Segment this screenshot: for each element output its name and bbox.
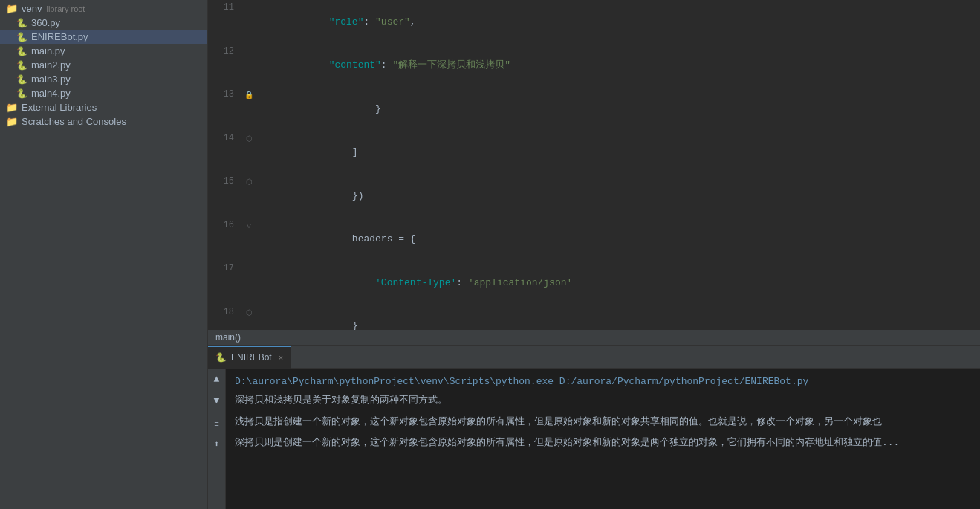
sidebar-item-main2py[interactable]: 🐍 main2.py: [0, 58, 207, 72]
python-file-icon: 🐍: [16, 18, 27, 28]
code-token: [329, 277, 375, 288]
sidebar-item-scratches-consoles[interactable]: 📁 Scratches and Consoles: [0, 114, 207, 129]
output-text: 深拷贝则是创建一个新的对象，这个新对象包含原始对象的所有属性，但是原始对象和新的…: [235, 437, 899, 448]
terminal-run-path: D:\aurora\Pycharm\pythonProject\venv\Scr…: [235, 375, 971, 390]
line-content: }): [256, 174, 980, 218]
file-label: main.py: [31, 45, 65, 56]
file-label: main2.py: [31, 59, 71, 71]
terminal-content[interactable]: D:\aurora\Pycharm\pythonProject\venv\Scr…: [226, 369, 980, 509]
code-token: headers = {: [329, 233, 416, 244]
terminal-body: ▲ ▼ ≡ ⬆ D:\aurora\Pycharm\pythonProject\…: [208, 369, 980, 509]
line-content: "role": "user",: [256, 0, 980, 44]
sidebar-item-external-libraries[interactable]: 📁 External Libraries: [0, 100, 207, 114]
terminal-action-button[interactable]: ⬆: [212, 437, 221, 451]
venv-label: venv: [22, 3, 42, 14]
output-text: 浅拷贝是指创建一个新的对象，这个新对象包含原始对象的所有属性，但是原始对象和新的…: [235, 416, 882, 427]
code-token: ,: [410, 16, 416, 27]
code-token: "解释一下深拷贝和浅拷贝": [392, 59, 510, 71]
line-number: 14: [208, 131, 241, 175]
folder-icon: 📁: [6, 3, 18, 14]
python-file-icon: 🐍: [16, 32, 27, 42]
sidebar-item-main3py[interactable]: 🐍 main3.py: [0, 72, 207, 86]
line-number: 17: [208, 261, 241, 305]
table-row: 12 "content": "解释一下深拷贝和浅拷贝": [208, 44, 980, 88]
file-label: main3.py: [31, 74, 71, 85]
code-token: :: [456, 277, 468, 288]
python-icon: 🐍: [215, 352, 227, 363]
line-number: 15: [208, 174, 241, 218]
code-token: "user": [375, 16, 410, 27]
table-row: 14 ⬡ ]: [208, 131, 980, 175]
venv-sublabel: library root: [46, 4, 85, 13]
line-number: 16: [208, 218, 241, 262]
table-row: 15 ⬡ }): [208, 174, 980, 218]
table-row: 11 "role": "user",: [208, 0, 980, 44]
sidebar-item-360py[interactable]: 🐍 360.py: [0, 16, 207, 30]
sidebar-item-main4py[interactable]: 🐍 main4.py: [0, 86, 207, 100]
folder-icon: 📁: [6, 116, 18, 127]
run-path-text: D:\aurora\Pycharm\pythonProject\venv\Scr…: [235, 376, 808, 387]
section-label: External Libraries: [22, 102, 97, 113]
line-gutter: [241, 0, 256, 44]
line-content: headers = {: [256, 218, 980, 262]
code-token: }: [329, 320, 358, 330]
code-token: 'application/json': [468, 277, 572, 288]
line-number: 18: [208, 305, 241, 331]
breadcrumb: main(): [208, 330, 980, 346]
table-row: 16 ▽ headers = {: [208, 218, 980, 262]
file-label: ENIREBot.py: [31, 31, 88, 42]
terminal-tab-bar: 🐍 ENIREBot ×: [208, 346, 980, 369]
close-icon[interactable]: ×: [279, 353, 283, 362]
code-token: 'Content-Type': [375, 277, 456, 288]
terminal-output-line-2: 浅拷贝是指创建一个新的对象，这个新对象包含原始对象的所有属性，但是原始对象和新的…: [235, 415, 971, 430]
code-token: "content": [329, 59, 381, 71]
main-area: 11 "role": "user", 12 "content": "解释一下深拷…: [208, 0, 980, 509]
sidebar-item-venv[interactable]: 📁 venv library root: [0, 1, 207, 16]
sidebar-item-mainpy[interactable]: 🐍 main.py: [0, 44, 207, 58]
line-number: 11: [208, 0, 241, 44]
fold-icon[interactable]: ⬡: [246, 309, 253, 317]
python-file-icon: 🐍: [16, 74, 27, 85]
unfold-icon[interactable]: ▽: [247, 222, 251, 230]
python-file-icon: 🐍: [16, 46, 27, 56]
fold-icon[interactable]: 🔒: [244, 91, 253, 100]
line-number: 13: [208, 87, 241, 131]
table-row: 13 🔒 }: [208, 87, 980, 131]
fold-icon[interactable]: ⬡: [246, 178, 253, 187]
terminal-output-line-3: 深拷贝则是创建一个新的对象，这个新对象包含原始对象的所有属性，但是原始对象和新的…: [235, 435, 971, 451]
line-number: 12: [208, 44, 241, 88]
line-gutter: 🔒: [241, 87, 256, 131]
sidebar-item-enirebot[interactable]: 🐍 ENIREBot.py: [0, 30, 207, 44]
terminal-sidebar: ▲ ▼ ≡ ⬆: [208, 369, 226, 509]
code-token: :: [381, 59, 393, 71]
line-gutter: [241, 261, 256, 305]
line-content: 'Content-Type': 'application/json': [256, 261, 980, 305]
scroll-up-button[interactable]: ▲: [212, 372, 222, 387]
line-gutter: ⬡: [241, 131, 256, 175]
terminal-settings-button[interactable]: ≡: [212, 418, 221, 431]
output-text: 深拷贝和浅拷贝是关于对象复制的两种不同方式。: [235, 395, 447, 406]
line-content: ]: [256, 131, 980, 175]
line-gutter: ⬡: [241, 305, 256, 331]
code-editor[interactable]: 11 "role": "user", 12 "content": "解释一下深拷…: [208, 0, 980, 330]
line-content: "content": "解释一下深拷贝和浅拷贝": [256, 44, 980, 88]
terminal-tab-enirebot[interactable]: 🐍 ENIREBot ×: [208, 346, 291, 369]
code-token: "role": [329, 16, 364, 27]
table-row: 17 'Content-Type': 'application/json': [208, 261, 980, 305]
fold-icon[interactable]: ⬡: [246, 135, 253, 143]
line-content: }: [256, 305, 980, 331]
section-label: Scratches and Consoles: [22, 116, 126, 127]
terminal-tab-label: ENIREBot: [231, 352, 272, 363]
python-file-icon: 🐍: [16, 60, 27, 71]
code-table: 11 "role": "user", 12 "content": "解释一下深拷…: [208, 0, 980, 330]
line-gutter: [241, 44, 256, 88]
scroll-down-button[interactable]: ▼: [212, 393, 222, 409]
code-token: }): [329, 190, 364, 201]
breadcrumb-text: main(): [215, 332, 241, 343]
file-label: 360.py: [31, 17, 60, 28]
code-token: ]: [329, 146, 358, 158]
code-token: }: [329, 103, 381, 114]
python-file-icon: 🐍: [16, 88, 27, 99]
terminal-area: 🐍 ENIREBot × ▲ ▼ ≡ ⬆ D:\aurora\Pycharm\p…: [208, 346, 980, 509]
file-label: main4.py: [31, 88, 71, 99]
